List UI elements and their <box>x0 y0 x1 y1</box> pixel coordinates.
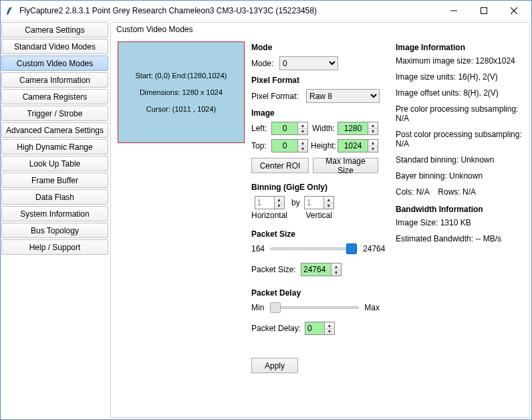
image-row-tp-ht: Top: ▲▼ Height: ▲▼ <box>251 139 380 152</box>
svg-line-3 <box>511 7 517 14</box>
image-row-lt-wd: Left: ▲▼ Width: ▲▼ <box>251 122 380 135</box>
window-buttons <box>438 1 529 20</box>
packetsize-input[interactable]: ▲▼ <box>301 263 342 276</box>
image-heading: Image <box>251 108 380 118</box>
sidebar-item-bus-topology[interactable]: Bus Topology <box>1 223 108 238</box>
binning-v-label: Vertical <box>306 211 332 220</box>
info-cols-rows: Cols: N/A Rows: N/A <box>396 187 523 197</box>
svg-line-2 <box>511 7 517 14</box>
apply-row: Apply <box>251 358 380 373</box>
mode-row: Mode: 0 <box>251 56 380 70</box>
width-label: Width: <box>311 124 335 133</box>
minimize-button[interactable] <box>438 1 469 20</box>
info-post-sub: Post color processing subsampling: N/A <box>396 130 523 148</box>
svg-rect-1 <box>481 7 487 13</box>
top-spinner[interactable]: ▲▼ <box>297 140 307 152</box>
bandwidth-heading: Bandwidth Information <box>396 205 523 214</box>
info-bandwidth: Estimated Bandwidth: -- MB/s <box>396 234 523 243</box>
packetsize-heading: Packet Size <box>251 229 380 239</box>
sidebar-item-high-dynamic-range[interactable]: High Dynamic Range <box>1 139 108 154</box>
info-img-size: Image Size: 1310 KB <box>396 218 523 227</box>
info-max-size: Maximum image size: 1280x1024 <box>396 56 523 66</box>
packetdelay-heading: Packet Delay <box>251 288 380 298</box>
height-label: Height: <box>311 141 335 150</box>
packetdelay-slider[interactable] <box>269 306 359 309</box>
center-roi-button[interactable]: Center ROI <box>251 158 309 173</box>
binning-v-value[interactable] <box>305 197 323 209</box>
max-image-size-button[interactable]: Max Image Size <box>313 158 378 173</box>
top-label: Top: <box>251 141 269 150</box>
info-column: Image Information Maximum image size: 12… <box>386 41 523 411</box>
binning-by-label: by <box>291 198 300 207</box>
sidebar-item-camera-settings[interactable]: Camera Settings <box>1 22 108 37</box>
left-value[interactable] <box>272 122 297 134</box>
mode-select[interactable]: 0 <box>279 56 338 70</box>
packetsize-value[interactable] <box>301 264 331 276</box>
sidebar-item-system-information[interactable]: System Information <box>1 206 108 221</box>
sidebar-item-advanced-camera-settings[interactable]: Advanced Camera Settings <box>1 122 108 138</box>
roi-button-row: Center ROI Max Image Size <box>251 158 380 173</box>
sidebar-item-look-up-table[interactable]: Look Up Table <box>1 156 108 171</box>
sidebar-item-data-flash[interactable]: Data Flash <box>1 189 108 205</box>
binning-h-label: Horizontal <box>251 211 287 220</box>
packetdelay-max: Max <box>364 303 380 312</box>
roi-preview[interactable]: Start: (0,0) End:(1280,1024) Dimensions:… <box>118 41 245 143</box>
sidebar: Camera SettingsStandard Video ModesCusto… <box>1 21 109 419</box>
packetdelay-slider-row: Min Max <box>251 303 380 312</box>
packetsize-slider[interactable] <box>270 247 358 250</box>
width-spinner[interactable]: ▲▼ <box>368 122 378 134</box>
packetsize-spinner[interactable]: ▲▼ <box>331 264 341 276</box>
pixelformat-label: Pixel Format: <box>251 92 303 101</box>
binning-h-input[interactable]: ▲▼ <box>255 196 285 209</box>
info-size-units: Image size units: 16(H), 2(V) <box>396 72 523 82</box>
mode-label: Mode: <box>251 59 277 68</box>
height-spinner[interactable]: ▲▼ <box>368 140 378 152</box>
sidebar-item-help-support[interactable]: Help / Support <box>1 239 108 255</box>
binning-h-spinner[interactable]: ▲▼ <box>274 197 284 209</box>
height-input[interactable]: ▲▼ <box>338 139 378 152</box>
close-button[interactable] <box>499 1 529 20</box>
binning-h-value[interactable] <box>255 197 274 209</box>
sidebar-item-frame-buffer[interactable]: Frame Buffer <box>1 173 108 188</box>
client-area: Camera SettingsStandard Video ModesCusto… <box>1 21 531 419</box>
sidebar-item-camera-registers[interactable]: Camera Registers <box>1 89 108 104</box>
binning-v-col: ▲▼ Vertical <box>304 196 334 220</box>
top-value[interactable] <box>272 140 297 152</box>
top-input[interactable]: ▲▼ <box>271 139 308 152</box>
binning-v-input[interactable]: ▲▼ <box>304 196 334 209</box>
height-value[interactable] <box>338 140 368 152</box>
packetsize-label: Packet Size: <box>251 265 298 274</box>
info-std-binning: Standard binning: Unknown <box>396 155 523 165</box>
packetsize-row: Packet Size: ▲▼ <box>251 263 380 276</box>
packetsize-min: 164 <box>251 244 265 253</box>
packetdelay-label: Packet Delay: <box>251 324 302 333</box>
packetdelay-value[interactable] <box>305 322 324 334</box>
sidebar-item-camera-information[interactable]: Camera Information <box>1 72 108 88</box>
left-spinner[interactable]: ▲▼ <box>297 122 307 134</box>
pixelformat-select[interactable]: Raw 8 <box>306 89 380 103</box>
binning-v-spinner[interactable]: ▲▼ <box>323 197 334 209</box>
sidebar-item-trigger-strobe[interactable]: Trigger / Strobe <box>1 106 108 121</box>
left-label: Left: <box>251 124 269 133</box>
width-value[interactable] <box>338 122 368 134</box>
width-input[interactable]: ▲▼ <box>338 122 378 135</box>
packetdelay-row: Packet Delay: ▲▼ <box>251 322 380 335</box>
window-title: FlyCapture2 2.8.3.1 Point Grey Research … <box>19 6 438 15</box>
binning-h-col: ▲▼ Horizontal <box>251 196 287 220</box>
sidebar-item-standard-video-modes[interactable]: Standard Video Modes <box>1 39 108 54</box>
pixelformat-heading: Pixel Format <box>251 76 380 85</box>
packetdelay-input[interactable]: ▲▼ <box>305 322 335 335</box>
settings-column: Mode Mode: 0 Pixel Format Pixel Format: … <box>251 41 380 411</box>
app-icon <box>5 5 15 16</box>
sidebar-item-custom-video-modes[interactable]: Custom Video Modes <box>1 56 108 71</box>
image-info-heading: Image Information <box>396 43 523 52</box>
packetdelay-min: Min <box>251 303 264 312</box>
custom-video-modes-panel: Custom Video Modes Start: (0,0) End:(128… <box>110 22 530 418</box>
left-input[interactable]: ▲▼ <box>271 122 308 135</box>
info-bayer-binning: Bayer binning: Unknown <box>396 171 523 181</box>
packetdelay-spinner[interactable]: ▲▼ <box>324 322 334 334</box>
apply-button[interactable]: Apply <box>251 358 298 373</box>
info-offset-units: Image offset units: 8(H), 2(V) <box>396 88 523 98</box>
pixelformat-row: Pixel Format: Raw 8 <box>251 89 380 103</box>
maximize-button[interactable] <box>469 1 499 20</box>
